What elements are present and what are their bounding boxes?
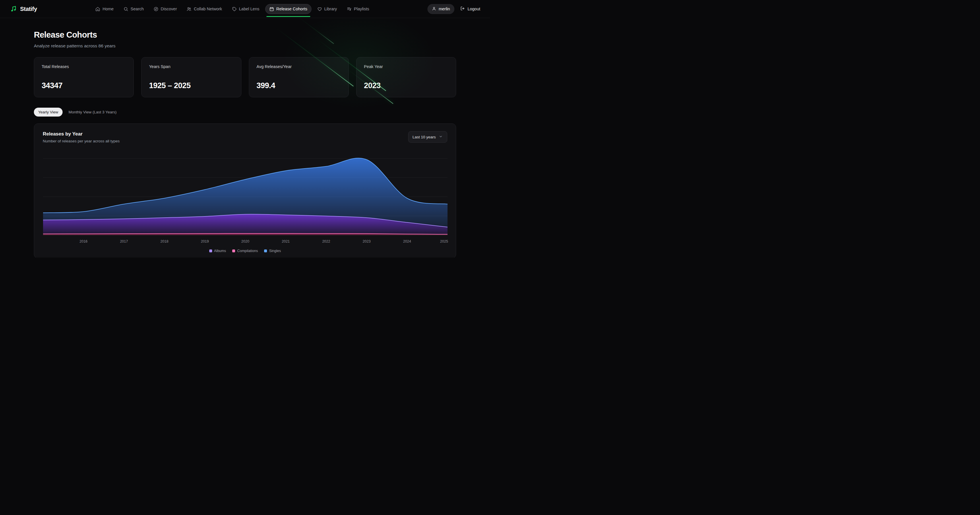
main-content: Release Cohorts Analyze release patterns… — [0, 30, 490, 258]
stat-label: Years Span — [149, 64, 233, 69]
stat-card-total-releases: Total Releases34347 — [34, 57, 134, 97]
stat-value: 34347 — [41, 81, 126, 90]
chevron-down-icon — [439, 134, 443, 140]
chart-header: Releases by Year Number of releases per … — [34, 131, 456, 143]
nav-item-label-lens[interactable]: Label Lens — [228, 4, 264, 14]
nav-item-playlists[interactable]: Playlists — [343, 4, 373, 14]
brand-name: Statify — [20, 6, 37, 12]
search-icon — [123, 6, 128, 11]
page-title: Release Cohorts — [34, 30, 456, 40]
x-axis-label: 2018 — [161, 239, 169, 243]
top-nav: Statify HomeSearchDiscoverCollab Network… — [0, 0, 490, 18]
x-axis-label: 2020 — [242, 239, 250, 243]
statify-note-icon — [10, 5, 17, 13]
nav-item-label: Discover — [161, 6, 177, 11]
collab-icon — [186, 6, 191, 11]
nav-item-discover[interactable]: Discover — [150, 4, 181, 14]
releases-area-chart[interactable]: 2016201720182019202020212022202320242025 — [43, 149, 447, 246]
brand-logo[interactable]: Statify — [10, 5, 37, 13]
releases-by-year-card: Releases by Year Number of releases per … — [34, 124, 456, 258]
legend-marker — [209, 250, 212, 252]
nav-item-release-cohorts[interactable]: Release Cohorts — [265, 4, 312, 14]
legend-item-albums: Albums — [209, 249, 226, 253]
user-icon — [432, 6, 436, 12]
legend-item-compilations: Compilations — [232, 249, 258, 253]
legend-item-singles: Singles — [264, 249, 281, 253]
chart-subtitle: Number of releases per year across all t… — [43, 139, 120, 143]
nav-right: merlin Logout — [428, 4, 480, 14]
x-axis-label: 2019 — [201, 239, 209, 243]
legend-marker — [232, 250, 235, 252]
x-axis-label: 2016 — [80, 239, 88, 243]
chart-legend: AlbumsCompilationsSingles — [34, 249, 456, 253]
logout-label: Logout — [468, 6, 480, 11]
user-menu-button[interactable]: merlin — [428, 4, 454, 14]
x-axis-label: 2022 — [322, 239, 330, 243]
logout-icon — [460, 6, 465, 12]
legend-marker — [264, 250, 267, 252]
logout-button[interactable]: Logout — [460, 6, 480, 12]
yearly-view-button[interactable]: Yearly View — [34, 108, 62, 116]
range-select-value: Last 10 years — [412, 135, 436, 139]
nav-menu: HomeSearchDiscoverCollab NetworkLabel Le… — [37, 4, 428, 14]
nav-item-search[interactable]: Search — [119, 4, 148, 14]
range-select[interactable]: Last 10 years — [408, 131, 447, 143]
playlist-icon — [347, 6, 352, 11]
nav-item-collab-network[interactable]: Collab Network — [183, 4, 226, 14]
nav-item-label: Collab Network — [194, 6, 222, 11]
stat-value: 2023 — [364, 81, 449, 90]
discover-icon — [154, 6, 159, 11]
nav-item-label: Library — [325, 6, 337, 11]
nav-item-label: Search — [130, 6, 144, 11]
stats-grid: Total Releases34347Years Span1925 – 2025… — [34, 57, 456, 97]
nav-item-label: Home — [102, 6, 114, 11]
stat-card-peak-year: Peak Year2023 — [356, 57, 456, 97]
legend-label: Albums — [214, 249, 226, 253]
view-toggle: Yearly View Monthly View (Last 3 Years) — [34, 108, 456, 116]
page-subtitle: Analyze release patterns across 86 years — [34, 43, 456, 49]
nav-item-label: Label Lens — [239, 6, 259, 11]
stat-label: Peak Year — [364, 64, 449, 69]
nav-item-label: Playlists — [354, 6, 369, 11]
nav-item-home[interactable]: Home — [91, 4, 118, 14]
legend-label: Compilations — [237, 249, 258, 253]
x-axis-label: 2017 — [120, 239, 128, 243]
tag-icon — [232, 6, 237, 11]
x-axis-label: 2024 — [403, 239, 411, 243]
monthly-view-button[interactable]: Monthly View (Last 3 Years) — [64, 108, 121, 116]
x-axis-label: 2023 — [363, 239, 371, 243]
stat-label: Avg Releases/Year — [257, 64, 341, 69]
username: merlin — [439, 6, 450, 11]
stat-card-years-span: Years Span1925 – 2025 — [141, 57, 241, 97]
stat-value: 1925 – 2025 — [149, 81, 233, 90]
x-axis-label: 2021 — [282, 239, 290, 243]
stat-label: Total Releases — [41, 64, 126, 69]
chart-header-text: Releases by Year Number of releases per … — [43, 131, 120, 143]
calendar-icon — [269, 6, 274, 11]
x-axis-label: 2025 — [440, 239, 448, 243]
heart-icon — [317, 6, 322, 11]
nav-item-label: Release Cohorts — [277, 6, 307, 11]
stat-card-avg-releases-year: Avg Releases/Year399.4 — [249, 57, 349, 97]
chart-title: Releases by Year — [43, 131, 120, 137]
home-icon — [95, 6, 100, 11]
legend-label: Singles — [269, 249, 281, 253]
nav-item-library[interactable]: Library — [313, 4, 341, 14]
stat-value: 399.4 — [257, 81, 341, 90]
